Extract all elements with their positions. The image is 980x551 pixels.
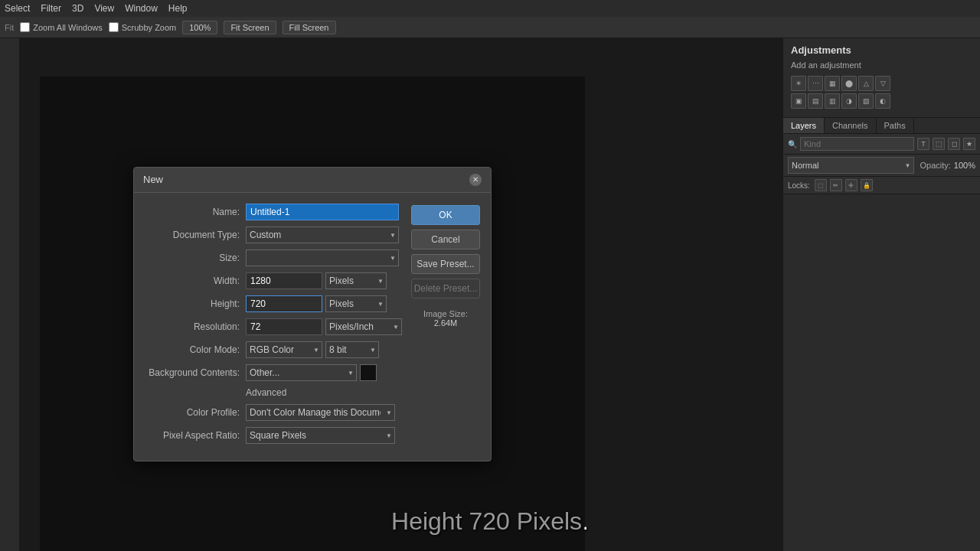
modal-overlay: New ✕ Name: Document Type: <box>40 77 585 551</box>
filter-icon-1[interactable]: T <box>917 138 929 150</box>
lock-label: Locks: <box>788 181 810 190</box>
adj-icon-hsl[interactable]: ⬤ <box>841 76 857 91</box>
adj-icon-gradient[interactable]: ▤ <box>808 93 823 109</box>
resolution-row: Resolution: Pixels/Inch <box>146 318 402 335</box>
save-preset-button[interactable]: Save Preset... <box>411 254 480 274</box>
menu-item-window[interactable]: Window <box>125 3 158 14</box>
adj-icon-pattern[interactable]: ▥ <box>825 93 840 109</box>
bg-select-wrapper[interactable]: Other... <box>246 364 357 381</box>
menu-item-filter[interactable]: Filter <box>41 3 61 14</box>
imagesize-value: 2.64M <box>411 318 480 328</box>
size-label: Size: <box>146 253 246 263</box>
width-unit-wrapper[interactable]: Pixels <box>325 272 387 289</box>
adj-icon-invert[interactable]: ◐ <box>875 93 890 109</box>
lock-all-icon[interactable]: 🔒 <box>861 179 873 191</box>
fill-screen-btn[interactable]: Fill Screen <box>283 21 336 34</box>
imagesize-label: Image Size: <box>411 309 480 318</box>
colorprofile-select[interactable]: Don't Color Manage this Document <box>246 404 395 421</box>
name-row: Name: <box>146 204 402 220</box>
delete-preset-button: Delete Preset... <box>411 279 480 298</box>
adj-icon-row-2: ▣ ▤ ▥ ◑ ▧ ◐ <box>791 93 972 109</box>
adj-icon-brightness[interactable]: ☀ <box>791 76 806 91</box>
size-select-wrapper[interactable] <box>246 249 399 266</box>
width-unit-select[interactable]: Pixels <box>325 272 387 289</box>
bg-color-swatch[interactable] <box>360 364 377 381</box>
scrubby-zoom-label[interactable]: Scrubby Zoom <box>109 22 177 32</box>
filter-icon-3[interactable]: ◻ <box>948 138 960 150</box>
height-field[interactable] <box>246 295 322 312</box>
colorprofile-row: Color Profile: Don't Color Manage this D… <box>146 404 402 421</box>
bg-select[interactable]: Other... <box>246 364 357 381</box>
adjustments-panel: Adjustments Add an adjustment ☀ ⋯ ▦ ⬤ △ … <box>783 38 980 118</box>
height-unit-select[interactable]: Pixels <box>325 295 387 312</box>
scrubby-zoom-checkbox[interactable] <box>109 22 119 32</box>
scrubby-zoom-text: Scrubby Zoom <box>122 23 177 32</box>
resolution-unit-select[interactable]: Pixels/Inch <box>325 318 402 335</box>
layers-search-input[interactable] <box>800 137 914 151</box>
toolbar-fit-label: Fit <box>5 23 14 32</box>
adj-icon-lookup[interactable]: ▧ <box>858 93 874 109</box>
size-select[interactable] <box>246 249 399 266</box>
name-field[interactable] <box>246 204 399 220</box>
layers-options: Normal Opacity: 100% <box>783 155 980 177</box>
dialog-buttons: OK Cancel Save Preset... Delete Preset..… <box>411 204 480 450</box>
bg-row: Background Contents: Other... <box>146 364 402 381</box>
menu-item-select[interactable]: Select <box>5 3 30 14</box>
blend-mode-select[interactable]: Normal <box>788 157 914 174</box>
adj-icon-channel[interactable]: ▽ <box>875 76 890 91</box>
colorprofile-label: Color Profile: <box>146 407 246 418</box>
tab-layers[interactable]: Layers <box>783 118 825 133</box>
fit-screen-btn[interactable]: Fit Screen <box>224 21 276 34</box>
left-tool-panel <box>0 38 20 551</box>
dialog-form: Name: Document Type: Custom <box>146 204 402 450</box>
pixelaspect-row: Pixel Aspect Ratio: Square Pixels <box>146 427 402 444</box>
bit-select[interactable]: 8 bit <box>325 341 379 358</box>
ok-button[interactable]: OK <box>411 205 480 225</box>
colormode-select-wrapper[interactable]: RGB Color <box>246 341 322 358</box>
opacity-value: 100% <box>954 161 975 170</box>
resolution-field[interactable] <box>246 318 322 335</box>
toolbar: Fit Zoom All Windows Scrubby Zoom 100% F… <box>0 17 980 38</box>
zoom-all-windows-checkbox-label[interactable]: Zoom All Windows <box>20 22 102 32</box>
colorprofile-select-wrapper[interactable]: Don't Color Manage this Document <box>246 404 395 421</box>
zoom-all-windows-checkbox[interactable] <box>20 22 30 32</box>
colormode-label: Color Mode: <box>146 344 246 355</box>
menu-item-view[interactable]: View <box>94 3 114 14</box>
doctype-select-wrapper[interactable]: Custom <box>246 227 399 243</box>
menu-item-help[interactable]: Help <box>168 3 188 14</box>
adj-icon-photo[interactable]: △ <box>858 76 874 91</box>
bg-label: Background Contents: <box>146 367 246 378</box>
tab-channels[interactable]: Channels <box>825 118 876 133</box>
pixelaspect-select-wrapper[interactable]: Square Pixels <box>246 427 395 444</box>
tab-paths[interactable]: Paths <box>877 118 914 133</box>
doctype-select[interactable]: Custom <box>246 227 399 243</box>
resolution-unit-wrapper[interactable]: Pixels/Inch <box>325 318 402 335</box>
menu-item-3d[interactable]: 3D <box>72 3 83 14</box>
width-row: Width: Pixels <box>146 272 402 289</box>
adj-icon-bw[interactable]: ◑ <box>841 93 857 109</box>
adj-icon-row-1: ☀ ⋯ ▦ ⬤ △ ▽ <box>791 76 972 91</box>
lock-paint-icon[interactable]: ✏ <box>830 179 842 191</box>
adj-icon-solid[interactable]: ▣ <box>791 93 806 109</box>
height-label: Height: <box>146 298 246 309</box>
height-unit-wrapper[interactable]: Pixels <box>325 295 387 312</box>
width-field[interactable] <box>246 272 322 289</box>
adj-icon-curves[interactable]: ⋯ <box>808 76 823 91</box>
pixelaspect-select[interactable]: Square Pixels <box>246 427 395 444</box>
filter-icon-4[interactable]: ★ <box>963 138 975 150</box>
colormode-select[interactable]: RGB Color <box>246 341 322 358</box>
lock-transparent-icon[interactable]: ⬚ <box>815 179 827 191</box>
width-label: Width: <box>146 276 246 286</box>
dialog-title: New <box>143 174 163 185</box>
lock-position-icon[interactable]: ✛ <box>845 179 858 191</box>
resolution-label: Resolution: <box>146 321 246 332</box>
bit-select-wrapper[interactable]: 8 bit <box>325 341 379 358</box>
cancel-button[interactable]: Cancel <box>411 230 480 249</box>
filter-icon-2[interactable]: ⬚ <box>933 138 945 150</box>
adj-icon-levels[interactable]: ▦ <box>825 76 840 91</box>
layers-tabs: Layers Channels Paths <box>783 118 980 134</box>
zoom-all-windows-label: Zoom All Windows <box>33 23 102 32</box>
zoom-value[interactable]: 100% <box>182 21 217 34</box>
close-icon[interactable]: ✕ <box>469 174 482 186</box>
blend-mode-wrapper[interactable]: Normal <box>788 157 914 174</box>
